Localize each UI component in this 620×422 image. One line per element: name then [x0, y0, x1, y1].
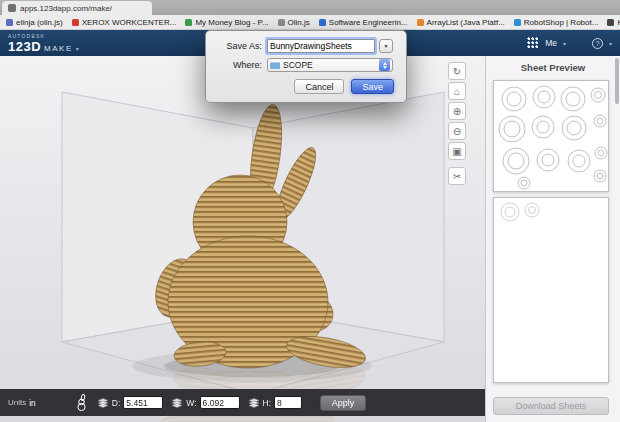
- units-label: Units: [8, 398, 26, 407]
- browser-tab[interactable]: apps.123dapp.com/make/: [2, 1, 152, 15]
- fit-view-button[interactable]: ▣: [448, 142, 466, 160]
- panel-title: Sheet Preview: [486, 56, 620, 77]
- bottom-toolbar: Units in D: W:: [0, 389, 485, 416]
- bookmark-label: RobotShop | Robot...: [524, 18, 599, 27]
- brand-menu[interactable]: AUTODESK 123D MAKE ▾: [8, 34, 79, 53]
- bookmark-favicon: [607, 19, 614, 26]
- where-value: SCOPE: [283, 60, 376, 70]
- width-label: W:: [186, 398, 196, 408]
- units-value: in: [29, 398, 36, 408]
- orbit-icon: ↻: [453, 66, 461, 77]
- zoom-out-button[interactable]: ⊖: [448, 122, 466, 140]
- height-input[interactable]: [274, 396, 302, 409]
- stepper-icon: [379, 59, 390, 71]
- bookmark-item[interactable]: Kern Type, the kern...: [607, 18, 620, 27]
- bookmarks-bar: elinja (olin.js) XEROX WORKCENTER... My …: [0, 15, 620, 30]
- bookmark-item[interactable]: RobotShop | Robot...: [514, 18, 599, 27]
- sheet-1-cut-pattern: [494, 81, 608, 191]
- chevron-down-icon[interactable]: ▾: [609, 40, 612, 47]
- units-selector[interactable]: Units in: [8, 398, 36, 408]
- bookmark-label: My Money Blog - P...: [195, 18, 268, 27]
- bookmark-favicon: [319, 19, 326, 26]
- model-bunny-icon: [74, 394, 89, 411]
- user-menu[interactable]: Me: [545, 38, 557, 48]
- depth-input[interactable]: [123, 396, 163, 409]
- zoom-in-button[interactable]: ⊕: [448, 102, 466, 120]
- disclosure-button[interactable]: ▼: [379, 39, 393, 53]
- bookmark-item[interactable]: ArrayList (Java Platf...: [417, 18, 505, 27]
- apps-grid-icon[interactable]: [527, 37, 539, 49]
- view-navigation-toolbar: ↻ ⌂ ⊕ ⊖ ▣ ✂: [448, 62, 466, 185]
- save-as-label: Save As:: [216, 41, 262, 51]
- zoom-out-icon: ⊖: [453, 126, 461, 137]
- apply-button[interactable]: Apply: [320, 395, 366, 411]
- filename-input[interactable]: [267, 39, 375, 53]
- sheet-2-cut-pattern: [494, 198, 608, 382]
- chevron-down-icon: ▾: [76, 46, 79, 52]
- bookmark-label: Olin.js: [288, 18, 310, 27]
- tab-favicon-icon: [8, 4, 16, 12]
- sheet-preview-panel: Sheet Preview: [485, 56, 620, 422]
- bookmark-item[interactable]: elinja (olin.js): [6, 18, 63, 27]
- 3d-viewport[interactable]: [0, 56, 485, 422]
- bookmark-label: Software Engineerin...: [329, 18, 408, 27]
- sheets-stack-icon: [97, 394, 109, 412]
- save-dialog: Save As: ▼ Where: SCOPE Cancel Save: [205, 30, 407, 103]
- bunny-model-scene: [0, 56, 485, 422]
- depth-field-group: D:: [97, 394, 164, 412]
- zoom-in-icon: ⊕: [453, 106, 461, 117]
- bookmark-favicon: [514, 19, 521, 26]
- chevron-down-icon[interactable]: ▾: [563, 40, 566, 47]
- brand-autodesk: AUTODESK: [8, 34, 79, 39]
- bookmark-label: ArrayList (Java Platf...: [427, 18, 505, 27]
- where-select[interactable]: SCOPE: [267, 58, 393, 72]
- bookmark-item[interactable]: Olin.js: [278, 18, 310, 27]
- folder-icon: [270, 62, 280, 69]
- sheets-stack-icon: [248, 394, 260, 412]
- brand-123d: 123D: [8, 40, 41, 53]
- bookmark-item[interactable]: Software Engineerin...: [319, 18, 408, 27]
- bookmark-favicon: [417, 19, 424, 26]
- bookmark-favicon: [185, 19, 192, 26]
- save-button[interactable]: Save: [351, 79, 394, 94]
- depth-label: D:: [112, 398, 121, 408]
- disclosure-triangle-icon: ▼: [384, 43, 389, 49]
- browser-window: apps.123dapp.com/make/ elinja (olin.js) …: [0, 0, 620, 422]
- tab-title: apps.123dapp.com/make/: [20, 4, 112, 13]
- browser-tab-bar: apps.123dapp.com/make/: [0, 0, 620, 15]
- cancel-button[interactable]: Cancel: [294, 79, 344, 94]
- help-icon[interactable]: ?: [592, 38, 603, 49]
- sheets-stack-icon: [171, 394, 183, 412]
- fit-view-icon: ▣: [452, 146, 461, 157]
- section-button[interactable]: ✂: [448, 167, 466, 185]
- height-label: H:: [263, 398, 272, 408]
- width-input[interactable]: [200, 396, 240, 409]
- home-icon: ⌂: [454, 86, 460, 97]
- panel-scrollbar[interactable]: [615, 58, 619, 104]
- bookmark-label: elinja (olin.js): [16, 18, 63, 27]
- section-icon: ✂: [453, 171, 461, 182]
- bookmark-item[interactable]: XEROX WORKCENTER...: [72, 18, 177, 27]
- home-button[interactable]: ⌂: [448, 82, 466, 100]
- brand-make: MAKE: [44, 45, 73, 53]
- bookmark-favicon: [278, 19, 285, 26]
- orbit-button[interactable]: ↻: [448, 62, 466, 80]
- sheet-thumbnail-2[interactable]: [493, 197, 609, 383]
- width-field-group: W:: [171, 394, 239, 412]
- bookmark-label: XEROX WORKCENTER...: [82, 18, 177, 27]
- bookmark-favicon: [72, 19, 79, 26]
- where-label: Where:: [216, 60, 262, 70]
- sheet-thumbnail-1[interactable]: [493, 80, 609, 192]
- height-field-group: H:: [248, 394, 303, 412]
- bookmark-item[interactable]: My Money Blog - P...: [185, 18, 268, 27]
- download-sheets-button[interactable]: Download Sheets: [493, 397, 609, 415]
- bookmark-favicon: [6, 19, 13, 26]
